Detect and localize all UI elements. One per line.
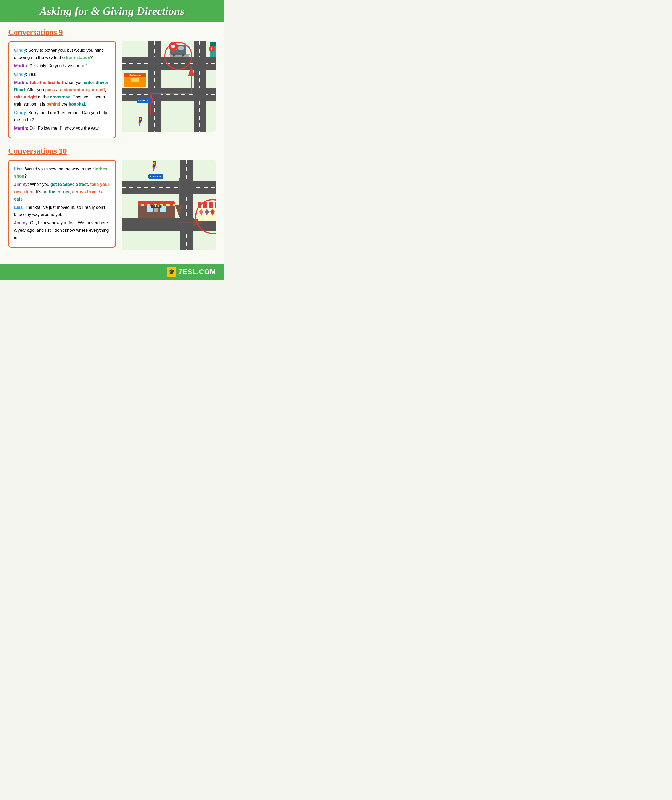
road-dash-v-right bbox=[200, 41, 200, 132]
footer-icon: 🎓 bbox=[167, 267, 176, 277]
location-pin-1 bbox=[168, 42, 178, 54]
intersection-tl bbox=[148, 57, 161, 70]
map-area-2: CAFE bbox=[122, 160, 216, 250]
speaker-cindy-1: Cindy bbox=[14, 48, 26, 53]
svg-rect-2 bbox=[178, 46, 184, 50]
intersection-mr bbox=[194, 88, 206, 101]
road2-h-top bbox=[122, 181, 216, 194]
footer-logo: 🎓 7ESL.COM bbox=[167, 267, 216, 277]
page-header: Asking for & Giving Directions bbox=[0, 0, 224, 22]
restaurant-building: Restaurant bbox=[124, 73, 146, 87]
street-sign-2: Steven St. bbox=[148, 174, 164, 179]
highlight-cafe: cafe bbox=[14, 197, 22, 201]
road2-v-center bbox=[180, 160, 193, 250]
speaker-lisa-2: Lisa bbox=[14, 205, 22, 210]
conv2-line2: Jimmy: When you get to Steve Street, tak… bbox=[14, 181, 110, 203]
conv1-line5: Cindy: Sorry, but I don't remember. Can … bbox=[14, 109, 110, 123]
conversation-box-2: Lisa: Would you show me the way to the c… bbox=[8, 160, 116, 248]
speaker-cindy-2: Cindy bbox=[14, 72, 26, 77]
highlight-across-from: across from bbox=[72, 190, 96, 194]
crosswalk bbox=[194, 218, 206, 219]
conversation-section-1: Cindy: Sorry to bother you, but would yo… bbox=[8, 41, 216, 138]
highlight-on-corner: on the corner bbox=[42, 190, 70, 194]
speaker-cindy-3: Cindy bbox=[14, 110, 26, 115]
road-v-left bbox=[148, 41, 161, 132]
conversation-box-1: Cindy: Sorry to bother you, but would yo… bbox=[8, 41, 116, 138]
road-v-right bbox=[194, 41, 206, 132]
conv1-line3: Cindy: Yes! bbox=[14, 71, 110, 78]
section2-title: Conversations 10 bbox=[8, 146, 216, 155]
conv1-line6: Martin: OK. Follow me. I'll show you the… bbox=[14, 125, 110, 132]
map2: CAFE bbox=[122, 160, 216, 250]
footer-logo-text: 7ESL.COM bbox=[178, 268, 216, 276]
road2-dash-v-center bbox=[186, 160, 187, 250]
road-dash-v-left bbox=[154, 41, 155, 132]
map-area-1: + bbox=[122, 41, 216, 132]
speaker-martin-2: Martin bbox=[14, 80, 27, 85]
conv1-line4: Martin: Take the first left when you ent… bbox=[14, 79, 110, 108]
speaker-martin-3: Martin bbox=[14, 126, 27, 130]
conv2-line4: Jimmy: Oh, I know how you feel. We moved… bbox=[14, 219, 110, 241]
speaker-jimmy-1: Jimmy bbox=[14, 182, 28, 187]
person-figure-1: 🧍‍♀️ bbox=[135, 116, 146, 126]
street-sign-1: Steven St. bbox=[136, 98, 152, 103]
speaker-jimmy-2: Jimmy bbox=[14, 221, 28, 225]
person-figure-2: 🧍‍♀️ bbox=[148, 160, 160, 171]
conv2-line1: Lisa: Would you show me the way to the c… bbox=[14, 165, 110, 180]
conversation-section-2: Lisa: Would you show me the way to the c… bbox=[8, 160, 216, 250]
map1: + bbox=[122, 41, 216, 132]
page-title: Asking for & Giving Directions bbox=[8, 5, 216, 18]
main-content: Conversations 9 Cindy: Sorry to bother y… bbox=[0, 22, 224, 264]
road2-dash-h-top bbox=[122, 187, 216, 188]
highlight-get-to-steve: get to Steve Street bbox=[50, 182, 88, 187]
speaker-lisa-1: Lisa bbox=[14, 167, 22, 171]
speaker-martin-1: Martin bbox=[14, 64, 27, 68]
plus-sign: + bbox=[209, 46, 215, 52]
svg-marker-8 bbox=[170, 49, 176, 53]
footer: 🎓 7ESL.COM bbox=[0, 264, 224, 280]
cafe-building: CAFE bbox=[138, 205, 175, 218]
conv1-line1: Cindy: Sorry to bother you, but would yo… bbox=[14, 46, 110, 61]
section1-title: Conversations 9 bbox=[8, 28, 216, 37]
intersection2-bottom bbox=[180, 218, 193, 231]
intersection2-top bbox=[180, 181, 193, 194]
footer-icon-glyph: 🎓 bbox=[168, 269, 175, 275]
highlight-train-station: train station bbox=[66, 55, 90, 60]
conv2-line3: Lisa: Thanks! I've just moved in, so I r… bbox=[14, 204, 110, 218]
cafe-sign: CAFE bbox=[151, 205, 162, 208]
svg-point-9 bbox=[171, 45, 175, 48]
conv1-line2: Martin: Certainly. Do you have a map? bbox=[14, 62, 110, 69]
intersection-tr bbox=[194, 57, 206, 70]
